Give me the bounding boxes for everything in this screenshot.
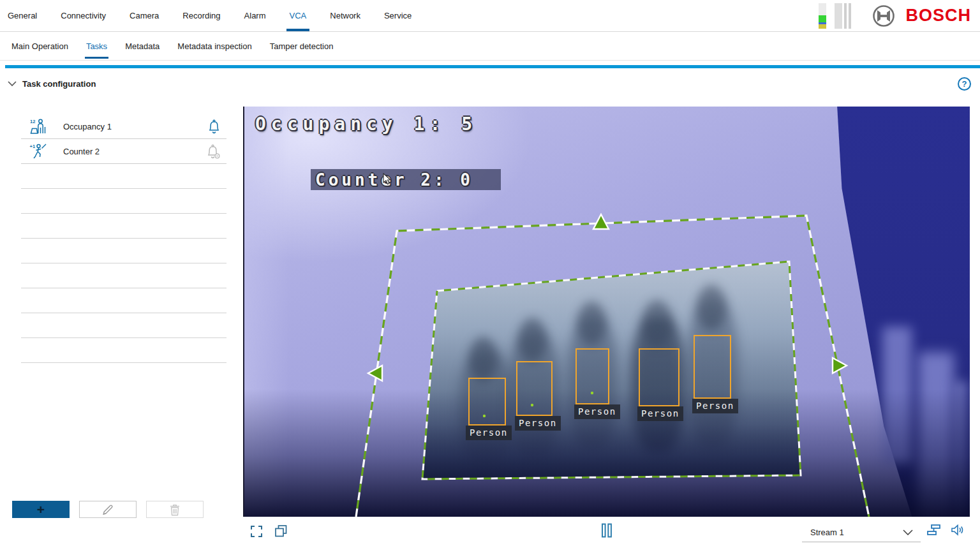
person-label: Person bbox=[692, 399, 738, 413]
task-row-empty[interactable] bbox=[21, 239, 226, 263]
vca-sub-tabs: Main Operation Tasks Metadata Metadata i… bbox=[0, 32, 980, 61]
display-size-icon[interactable] bbox=[926, 524, 941, 536]
tab-service[interactable]: Service bbox=[384, 0, 412, 31]
task-label: Occupancy 1 bbox=[63, 122, 112, 131]
svg-text:12: 12 bbox=[30, 119, 35, 124]
bosch-anvil-icon bbox=[872, 4, 896, 28]
main-tabs: General Connectivity Camera Recording Al… bbox=[8, 0, 435, 31]
chevron-down-icon[interactable] bbox=[8, 81, 17, 87]
mouse-cursor bbox=[382, 173, 392, 185]
page-title: Task configuration bbox=[22, 79, 96, 89]
chevron-down-icon bbox=[903, 529, 913, 535]
add-task-button[interactable]: + bbox=[12, 501, 70, 518]
vca-overlay-graphics bbox=[244, 107, 970, 517]
trash-icon bbox=[168, 503, 181, 516]
video-controls-bar: Stream 1 bbox=[243, 517, 970, 547]
tab-connectivity[interactable]: Connectivity bbox=[61, 0, 106, 31]
occupancy-field-outline[interactable] bbox=[356, 216, 869, 517]
task-row-empty[interactable] bbox=[21, 288, 226, 313]
person-label: Person bbox=[515, 416, 561, 431]
stream-select-value: Stream 1 bbox=[802, 528, 844, 537]
fullscreen-icon[interactable] bbox=[251, 526, 262, 537]
top-navigation-bar: General Connectivity Camera Recording Al… bbox=[0, 0, 980, 32]
help-button[interactable]: ? bbox=[958, 77, 971, 91]
field-arrow-up-icon[interactable] bbox=[593, 214, 609, 229]
task-row-occupancy[interactable]: 12 Occupancy 1 bbox=[21, 114, 226, 139]
person-label: Person bbox=[637, 406, 683, 421]
person-label: Person bbox=[574, 404, 620, 419]
delete-task-button[interactable] bbox=[146, 501, 204, 518]
speaker-icon[interactable] bbox=[951, 524, 964, 536]
svg-text:+1: +1 bbox=[30, 144, 36, 149]
level-gauge-icon bbox=[819, 3, 826, 29]
tab-alarm[interactable]: Alarm bbox=[244, 0, 266, 31]
bosch-logo: BOSCH bbox=[872, 4, 971, 28]
bar-indicator-icon bbox=[835, 3, 851, 29]
task-list-panel: 12 Occupancy 1 +1 bbox=[21, 114, 226, 363]
pause-icon[interactable] bbox=[601, 523, 612, 538]
tab-vca[interactable]: VCA bbox=[290, 0, 307, 31]
task-row-empty[interactable] bbox=[21, 313, 226, 338]
counter-task-icon: +1 bbox=[29, 142, 48, 160]
tab-camera[interactable]: Camera bbox=[130, 0, 159, 31]
person-label: Person bbox=[466, 426, 512, 440]
edit-task-button[interactable] bbox=[79, 501, 137, 518]
counter-field-outline[interactable] bbox=[422, 262, 801, 479]
brand-wordmark: BOSCH bbox=[905, 6, 971, 26]
stream-select[interactable]: Stream 1 bbox=[802, 522, 921, 542]
bell-disabled-icon[interactable] bbox=[206, 144, 221, 159]
task-row-empty[interactable] bbox=[21, 263, 226, 288]
tab-tamper-detection[interactable]: Tamper detection bbox=[270, 32, 334, 60]
task-list-empty-rows bbox=[21, 164, 226, 363]
video-section: Occupancy 1: 5 Counter 2: 0 Person Perso… bbox=[243, 107, 970, 547]
osd-counter-box[interactable]: Counter 2: 0 bbox=[311, 169, 501, 190]
video-player[interactable]: Occupancy 1: 5 Counter 2: 0 Person Perso… bbox=[243, 107, 970, 517]
task-row-empty[interactable] bbox=[21, 164, 226, 189]
task-row-empty[interactable] bbox=[21, 214, 226, 239]
tab-recording[interactable]: Recording bbox=[182, 0, 220, 31]
task-row-empty[interactable] bbox=[21, 189, 226, 214]
tab-network[interactable]: Network bbox=[330, 0, 360, 31]
tab-metadata-inspection[interactable]: Metadata inspection bbox=[177, 32, 251, 60]
tab-general[interactable]: General bbox=[8, 0, 37, 31]
occupancy-task-icon: 12 bbox=[29, 117, 48, 135]
tab-main-operation[interactable]: Main Operation bbox=[11, 32, 68, 60]
tab-tasks[interactable]: Tasks bbox=[86, 32, 107, 60]
task-label: Counter 2 bbox=[63, 147, 100, 156]
tab-metadata[interactable]: Metadata bbox=[125, 32, 160, 60]
osd-occupancy-counter[interactable]: Occupancy 1: 5 bbox=[255, 114, 477, 135]
copy-frames-icon[interactable] bbox=[275, 525, 287, 537]
pencil-icon bbox=[101, 503, 114, 516]
task-row-empty[interactable] bbox=[21, 338, 226, 363]
task-row-counter[interactable]: +1 Counter 2 bbox=[21, 139, 226, 164]
bell-icon[interactable] bbox=[207, 119, 221, 134]
